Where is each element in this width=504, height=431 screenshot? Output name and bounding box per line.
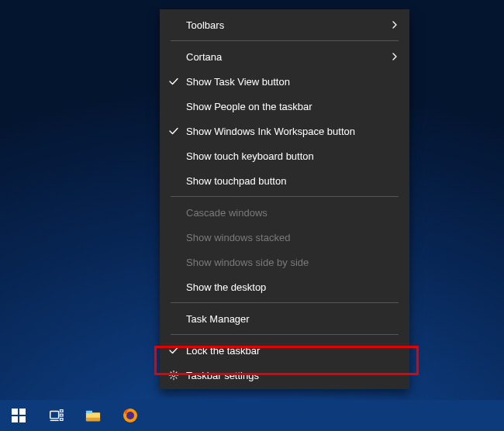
menu-item-show-task-view[interactable]: Show Task View button xyxy=(161,69,408,94)
menu-separator xyxy=(171,196,399,197)
menu-item-show-desktop[interactable]: Show the desktop xyxy=(161,274,408,299)
gear-icon xyxy=(161,370,186,381)
menu-item-label: Show windows stacked xyxy=(186,232,388,243)
menu-item-cascade: Cascade windows xyxy=(161,200,408,225)
menu-item-cortana[interactable]: Cortana xyxy=(161,44,408,69)
menu-item-label: Show windows side by side xyxy=(186,257,388,268)
svg-point-14 xyxy=(126,412,134,419)
svg-rect-7 xyxy=(60,414,63,416)
svg-rect-1 xyxy=(12,409,18,415)
chevron-right-icon xyxy=(388,53,402,60)
check-icon xyxy=(161,345,186,356)
menu-item-label: Taskbar settings xyxy=(186,370,388,381)
chevron-right-icon xyxy=(388,21,402,29)
svg-point-0 xyxy=(172,374,175,377)
svg-rect-3 xyxy=(12,416,18,422)
firefox-button[interactable] xyxy=(112,400,149,431)
file-explorer-button[interactable] xyxy=(74,400,112,431)
svg-rect-5 xyxy=(50,412,59,419)
menu-item-label: Toolbars xyxy=(186,19,388,31)
taskbar-context-menu: Toolbars Cortana Show Task View button S… xyxy=(160,9,409,389)
menu-item-label: Show touchpad button xyxy=(186,175,388,187)
check-icon xyxy=(161,76,186,87)
menu-item-label: Show Task View button xyxy=(186,76,388,88)
menu-item-label: Task Manager xyxy=(186,313,388,325)
menu-item-task-manager[interactable]: Task Manager xyxy=(161,306,408,331)
menu-item-side-by-side: Show windows side by side xyxy=(161,250,408,274)
svg-rect-11 xyxy=(86,411,92,414)
menu-separator xyxy=(171,334,399,335)
menu-item-label: Show Windows Ink Workspace button xyxy=(186,126,388,137)
menu-item-label: Show the desktop xyxy=(186,281,388,293)
taskbar xyxy=(0,400,504,431)
menu-item-toolbars[interactable]: Toolbars xyxy=(161,12,408,37)
menu-separator xyxy=(171,302,399,303)
svg-rect-8 xyxy=(60,419,63,421)
menu-item-show-people[interactable]: Show People on the taskbar xyxy=(161,94,408,119)
menu-item-taskbar-settings[interactable]: Taskbar settings xyxy=(161,363,408,388)
check-icon xyxy=(161,126,186,136)
menu-separator xyxy=(171,40,399,41)
menu-item-label: Show People on the taskbar xyxy=(186,101,388,112)
svg-rect-4 xyxy=(19,416,26,422)
svg-rect-6 xyxy=(60,410,63,412)
menu-item-show-ink[interactable]: Show Windows Ink Workspace button xyxy=(161,119,408,143)
menu-item-lock-taskbar[interactable]: Lock the taskbar xyxy=(161,338,408,363)
menu-item-label: Lock the taskbar xyxy=(186,345,388,357)
menu-item-show-touchpad[interactable]: Show touchpad button xyxy=(161,168,408,193)
svg-rect-12 xyxy=(86,418,100,422)
task-view-button[interactable] xyxy=(37,400,74,431)
menu-item-label: Cascade windows xyxy=(186,207,388,219)
menu-item-label: Show touch keyboard button xyxy=(186,150,388,162)
menu-item-label: Cortana xyxy=(186,51,388,63)
menu-item-stacked: Show windows stacked xyxy=(161,225,408,250)
svg-rect-2 xyxy=(19,409,26,415)
start-button[interactable] xyxy=(0,400,37,431)
menu-item-show-touch-kb[interactable]: Show touch keyboard button xyxy=(161,143,408,168)
